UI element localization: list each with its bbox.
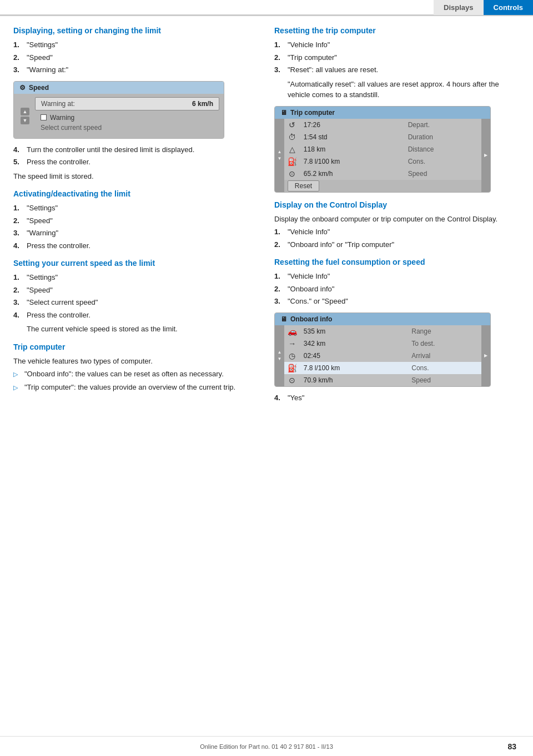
tab-controls[interactable]: Controls <box>484 0 533 15</box>
trip-label-depart: Depart. <box>405 119 481 131</box>
trip-icon-cons: ⛽ <box>284 155 300 168</box>
steps-control-display: 1."Vehicle Info" 2."Onboard info" or "Tr… <box>274 226 520 250</box>
bullet-item: ▷ "Trip computer": the values provide an… <box>13 382 259 393</box>
step-item: 4.Turn the controller until the desired … <box>13 144 259 155</box>
footer: Online Edition for Part no. 01 40 2 917 … <box>0 736 533 756</box>
onboard-icon-speed: ⊙ <box>284 374 300 386</box>
trip-nav-right: ▶ <box>481 119 490 192</box>
onboard-info-panel: 🖥 Onboard info ▲ ▼ 🚗 535 km Range → <box>274 313 491 387</box>
trip-label-duration: Duration <box>405 131 481 143</box>
steps-yes: 4. "Yes" <box>274 392 520 404</box>
trip-nav-left: ▲ ▼ <box>275 119 284 192</box>
bullet-text: "Onboard info": the values can be reset … <box>24 369 224 380</box>
step-item: 2."Onboard info" <box>274 284 520 295</box>
onboard-panel-label: Onboard info <box>290 315 332 323</box>
step-item: 1."Vehicle Info" <box>274 39 520 51</box>
onboard-label-speed: Speed <box>408 374 481 386</box>
trip-label-speed: Speed <box>405 168 481 180</box>
onboard-value-todest: 342 km <box>300 337 408 350</box>
onboard-label-range: Range <box>408 325 481 337</box>
left-column: Displaying, setting or changing the limi… <box>13 26 259 406</box>
trip-computer-bullets: ▷ "Onboard info": the values can be rese… <box>13 369 259 392</box>
onboard-nav-down[interactable]: ▼ <box>277 356 281 361</box>
speed-panel-header: ⚙ Speed <box>14 82 224 94</box>
onboard-label-cons: Cons. <box>408 362 481 374</box>
steps-set-speed-limit: 1."Settings" 2."Speed" 3."Select current… <box>13 272 259 320</box>
speed-panel-label: Speed <box>29 84 49 92</box>
main-content: Displaying, setting or changing the limi… <box>0 16 533 440</box>
trip-table: ↺ 17:26 Depart. ⏱ 1:54 std Duration △ 11… <box>284 119 481 192</box>
trip-nav-right-btn[interactable]: ▶ <box>484 153 487 158</box>
trip-panel-header: 🖥 Trip computer <box>275 107 490 119</box>
tab-displays[interactable]: Displays <box>434 0 483 15</box>
steps-display-limit-2: 4.Turn the controller until the desired … <box>13 144 259 168</box>
step-item: 2."Onboard info" or "Trip computer" <box>274 239 520 250</box>
trip-label-cons: Cons. <box>405 155 481 168</box>
step-item: 4.Press the controller. <box>13 310 259 321</box>
step-item: 2."Speed" <box>13 285 259 296</box>
auto-reset-note: "Automatically reset": all values are re… <box>274 79 520 100</box>
onboard-table: 🚗 535 km Range → 342 km To dest. ◷ 02:45… <box>284 325 481 386</box>
step-item: 1."Vehicle Info" <box>274 226 520 238</box>
table-row: ◷ 02:45 Arrival <box>284 350 481 362</box>
table-row: 🚗 535 km Range <box>284 325 481 337</box>
step-item: 2."Speed" <box>13 52 259 63</box>
bullet-arrow-icon: ▷ <box>13 383 20 393</box>
table-row-highlighted: ⛽ 7.8 l/100 km Cons. <box>284 362 481 374</box>
onboard-nav-right-btn[interactable]: ▶ <box>484 353 487 358</box>
trip-icon-depart: ↺ <box>284 119 300 131</box>
select-speed-row: Select current speed <box>35 123 219 135</box>
onboard-icon-cons: ⛽ <box>284 362 300 374</box>
table-row: ↺ 17:26 Depart. <box>284 119 481 131</box>
trip-computer-intro: The vehicle features two types of comput… <box>13 356 259 367</box>
onboard-panel-header: 🖥 Onboard info <box>275 313 490 325</box>
step-item: 1."Settings" <box>13 272 259 283</box>
onboard-icon-todest: → <box>284 337 300 350</box>
table-row: ⛽ 7.8 l/100 km Cons. <box>284 155 481 168</box>
nav-arrow-down[interactable]: ▼ <box>21 117 29 124</box>
table-row: ⊙ 70.9 km/h Speed <box>284 374 481 386</box>
nav-arrows[interactable]: ▲ ▼ <box>21 108 29 124</box>
step-item: 3."Cons." or "Speed" <box>274 296 520 307</box>
warning-checkbox[interactable] <box>41 114 47 120</box>
trip-value-speed: 65.2 km/h <box>300 168 405 180</box>
onboard-icon-range: 🚗 <box>284 325 300 337</box>
table-row: △ 118 km Distance <box>284 143 481 155</box>
section-title-trip-computer: Trip computer <box>13 342 259 351</box>
table-row: ⊙ 65.2 km/h Speed <box>284 168 481 180</box>
step-item: 1."Settings" <box>13 39 259 51</box>
trip-icon-speed: ⊙ <box>284 168 300 180</box>
table-row: ⏱ 1:54 std Duration <box>284 131 481 143</box>
steps-display-limit: 1."Settings" 2."Speed" 3."Warning at:" <box>13 39 259 75</box>
steps-reset-trip: 1."Vehicle Info" 2."Trip computer" 3."Re… <box>274 39 520 75</box>
trip-panel-icon: 🖥 <box>280 109 287 117</box>
page-number: 83 <box>507 742 516 751</box>
current-speed-stored-note: The current vehicle speed is stored as t… <box>13 324 259 335</box>
onboard-value-cons: 7.8 l/100 km <box>300 362 408 374</box>
step-item: 5.Press the controller. <box>13 157 259 168</box>
trip-value-depart: 17:26 <box>300 119 405 131</box>
onboard-panel-icon: 🖥 <box>280 315 287 323</box>
speed-limit-stored-note: The speed limit is stored. <box>13 171 259 182</box>
nav-arrow-up[interactable]: ▲ <box>21 108 29 115</box>
onboard-label-arrival: Arrival <box>408 350 481 362</box>
section-title-activate-limit: Activating/deactivating the limit <box>13 189 259 198</box>
section-title-reset-fuel: Resetting the fuel consumption or speed <box>274 258 520 266</box>
footer-text: Online Edition for Part no. 01 40 2 917 … <box>200 743 333 750</box>
onboard-value-arrival: 02:45 <box>300 350 408 362</box>
step-item: 3."Select current speed" <box>13 297 259 308</box>
onboard-icon-arrival: ◷ <box>284 350 300 362</box>
onboard-panel-body: ▲ ▼ 🚗 535 km Range → 342 km To dest. <box>275 325 490 386</box>
section-title-control-display: Display on the Control Display <box>274 200 520 209</box>
steps-reset-fuel: 1."Vehicle Info" 2."Onboard info" 3."Con… <box>274 271 520 307</box>
onboard-nav-up[interactable]: ▲ <box>277 350 281 355</box>
trip-nav-up[interactable]: ▲ <box>277 149 281 154</box>
bullet-arrow-icon: ▷ <box>13 370 20 380</box>
step-item: 3."Warning at:" <box>13 64 259 75</box>
table-row-reset: Reset <box>284 180 481 192</box>
table-row: → 342 km To dest. <box>284 337 481 350</box>
reset-button[interactable]: Reset <box>288 180 319 191</box>
trip-nav-down[interactable]: ▼ <box>277 156 281 161</box>
section-title-reset-trip: Resetting the trip computer <box>274 26 520 35</box>
section-title-set-speed-limit: Setting your current speed as the limit <box>13 259 259 268</box>
